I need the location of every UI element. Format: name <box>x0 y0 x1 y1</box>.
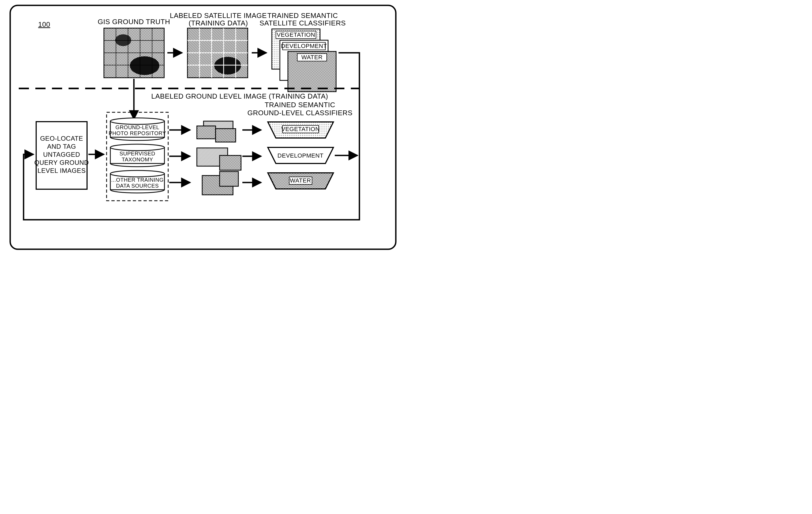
geo-l3: UNTAGGED <box>43 151 80 158</box>
gis-label: GIS GROUND TRUTH <box>98 18 170 26</box>
cyl2-l2: TAXONOMY <box>122 157 153 162</box>
trained-sat-l1: TRAINED SEMANTIC <box>267 11 338 20</box>
svg-point-7 <box>130 56 160 75</box>
mid-section-label: LABELED GROUND LEVEL IMAGE (TRAINING DAT… <box>151 92 328 100</box>
thumb-cluster-1 <box>197 121 236 142</box>
geo-l1: GEO-LOCATE <box>40 135 83 142</box>
cylinder-supervised-taxonomy: SUPERVISED TAXONOMY <box>110 144 165 167</box>
svg-point-32 <box>110 118 165 124</box>
trap-development: DEVELOPMENT <box>268 147 334 163</box>
sat-class-development: DEVELOPMENT <box>281 43 327 49</box>
labeled-sat-image <box>187 28 248 78</box>
ground-class-vegetation: VEGETATION <box>281 126 320 132</box>
cyl1-l1: GROUND-LEVEL <box>115 124 160 130</box>
trained-sat-l2: SATELLITE CLASSIFIERS <box>260 19 346 27</box>
ground-class-development: DEVELOPMENT <box>278 152 323 159</box>
cyl1-l2: PHOTO REPOSITORY <box>109 130 166 136</box>
geo-l4: QUERY GROUND <box>34 159 89 166</box>
cyl2-l1: SUPERVISED <box>119 151 155 157</box>
svg-rect-38 <box>197 126 215 139</box>
svg-rect-39 <box>215 129 236 142</box>
sat-class-vegetation: VEGETATION <box>277 31 315 38</box>
geo-l5: LEVEL IMAGES <box>37 167 86 174</box>
svg-rect-41 <box>220 156 241 170</box>
labeled-sat-l2: (TRAINING DATA) <box>188 19 248 27</box>
svg-point-17 <box>214 57 241 75</box>
svg-point-34 <box>110 144 165 151</box>
geo-l2: AND TAG <box>47 143 76 150</box>
svg-rect-43 <box>220 171 238 186</box>
ground-header-l1: TRAINED SEMANTIC <box>265 101 335 109</box>
ground-header-l2: GROUND-LEVEL CLASSIFIERS <box>248 109 352 117</box>
svg-point-36 <box>110 170 165 177</box>
cyl3-l2: DATA SOURCES <box>116 183 159 189</box>
figure-number: 100 <box>38 20 50 28</box>
sat-classifier-stack: VEGETATION DEVELOPMENT WATER <box>272 29 336 92</box>
cylinder-photo-repo: GROUND-LEVEL PHOTO REPOSITORY <box>109 118 166 140</box>
trap-water: WATER <box>268 173 334 189</box>
sat-class-water: WATER <box>301 54 323 60</box>
cylinder-other-sources: ...OTHER TRAINING DATA SOURCES <box>110 170 165 193</box>
ground-class-water: WATER <box>290 177 311 184</box>
thumb-cluster-3 <box>202 171 238 195</box>
cyl3-l1: ...OTHER TRAINING <box>111 177 164 183</box>
gis-image <box>104 28 164 78</box>
labeled-sat-l1: LABELED SATELLITE IMAGE <box>170 11 267 20</box>
thumb-cluster-2 <box>197 148 241 170</box>
diagram-root: 100 GIS GROUND TRUTH LABELED SATELLITE I… <box>0 0 406 257</box>
trap-vegetation: VEGETATION <box>268 122 334 138</box>
